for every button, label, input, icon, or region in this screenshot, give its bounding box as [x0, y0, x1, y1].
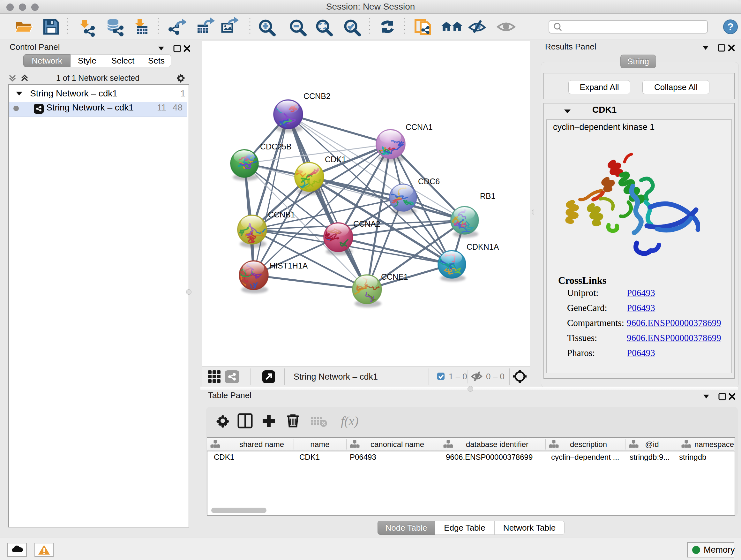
svg-text:CDC25B: CDC25B — [260, 142, 292, 151]
svg-text:CCNB1: CCNB1 — [268, 210, 295, 219]
svg-text:CDC6: CDC6 — [418, 177, 440, 186]
svg-text:1 – 0: 1 – 0 — [449, 372, 467, 381]
svg-text:?: ? — [727, 21, 734, 33]
svg-text:CDKN1A: CDKN1A — [467, 242, 499, 251]
svg-text:f(x): f(x) — [341, 414, 359, 428]
svg-text:CCNB2: CCNB2 — [304, 91, 331, 101]
svg-text:CCNA2: CCNA2 — [353, 219, 381, 228]
svg-text:RB1: RB1 — [480, 192, 495, 200]
svg-text:String Network – cdk1: String Network – cdk1 — [293, 372, 378, 381]
svg-text:CCNA1: CCNA1 — [406, 123, 433, 132]
svg-text:0 – 0: 0 – 0 — [486, 372, 504, 381]
svg-text:CDK1: CDK1 — [325, 155, 346, 164]
svg-text:CCNE1: CCNE1 — [381, 272, 408, 281]
svg-text:HIST1H1A: HIST1H1A — [270, 261, 308, 270]
